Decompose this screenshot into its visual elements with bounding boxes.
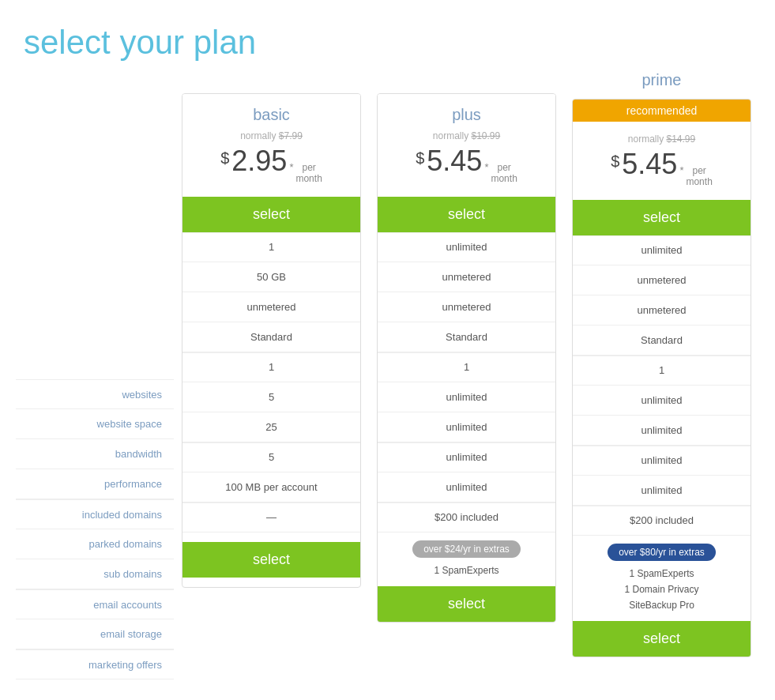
plan-basic: basic normally $7.99 $ 2.95 * permonth s… — [182, 93, 361, 588]
plan-basic-space: 50 GB — [182, 262, 360, 292]
plan-plus-extras: over $24/yr in extras 1 SpamExperts — [378, 533, 555, 586]
feature-label-included-domains: included domains — [16, 499, 174, 529]
plan-prime-performance: Standard — [573, 326, 751, 356]
plan-plus-price-row: $ 5.45 * permonth — [386, 145, 547, 185]
plan-prime-select-bottom[interactable]: select — [573, 621, 751, 657]
plan-plus-price: 5.45 — [427, 145, 482, 178]
plan-basic-wrapper: basic normally $7.99 $ 2.95 * permonth s… — [178, 93, 365, 588]
plan-basic-email-accounts: 5 — [182, 442, 360, 472]
plan-prime-asterisk: * — [679, 164, 683, 176]
feature-labels: websites website space bandwidth perform… — [16, 93, 174, 679]
plan-plus-asterisk: * — [484, 161, 488, 173]
plan-basic-price: 2.95 — [231, 145, 287, 178]
plan-plus-included-domains: 1 — [378, 352, 555, 382]
plan-prime-header: normally $14.99 $ 5.45 * permonth — [573, 122, 751, 200]
plan-prime-marketing: $200 included — [573, 506, 751, 536]
plan-prime-sub-domains: unlimited — [573, 416, 751, 446]
plan-prime-space: unmetered — [573, 265, 751, 295]
plan-prime: recommended normally $14.99 $ 5.45 * per… — [572, 99, 751, 657]
plan-plus-name: plus — [386, 106, 547, 124]
plan-prime-included-domains: 1 — [573, 356, 751, 386]
feature-label-marketing-offers: marketing offers — [16, 649, 174, 679]
plan-plus-parked-domains: unlimited — [378, 382, 555, 412]
page-title: select your plan — [16, 24, 759, 62]
feature-label-websites: websites — [16, 379, 174, 409]
plan-prime-spam-experts: 1 SpamExperts — [581, 566, 743, 581]
plan-basic-included-domains: 1 — [182, 352, 360, 382]
plan-prime-parked-domains: unlimited — [573, 386, 751, 416]
plan-plus-websites: unlimited — [378, 232, 555, 262]
feature-label-email-accounts: email accounts — [16, 589, 174, 619]
feature-label-sub-domains: sub domains — [16, 559, 174, 589]
plan-prime-email-accounts: unlimited — [573, 446, 751, 476]
plan-plus-normally: normally $10.99 — [386, 130, 547, 141]
plan-plus-bandwidth: unmetered — [378, 292, 555, 322]
plan-plus-features: unlimited unmetered unmetered Standard 1… — [378, 232, 555, 533]
plan-basic-header: basic normally $7.99 $ 2.95 * permonth — [182, 94, 360, 197]
plan-basic-sub-domains: 25 — [182, 412, 360, 442]
plan-plus-email-accounts: unlimited — [378, 442, 555, 472]
plan-plus-marketing: $200 included — [378, 502, 555, 533]
plan-basic-marketing: — — [182, 502, 360, 533]
plan-prime-recommended: recommended — [573, 100, 751, 122]
plan-prime-price-row: $ 5.45 * permonth — [581, 148, 743, 188]
plan-plus-extras-badge: over $24/yr in extras — [412, 540, 521, 558]
plan-prime-name-above: prime — [568, 62, 755, 99]
plan-prime-extras-badge: over $80/yr in extras — [608, 544, 716, 561]
plan-basic-performance: Standard — [182, 322, 360, 352]
plan-basic-select-top[interactable]: select — [182, 197, 360, 232]
plan-basic-websites: 1 — [182, 232, 360, 262]
plans-container: websites website space bandwidth perform… — [16, 93, 759, 679]
plan-prime-wrapper: prime recommended normally $14.99 $ 5.45… — [568, 62, 755, 657]
plan-basic-email-storage: 100 MB per account — [182, 472, 360, 502]
plan-plus-email-storage: unlimited — [378, 472, 555, 502]
plan-prime-extras: over $80/yr in extras 1 SpamExperts 1 Do… — [573, 536, 751, 621]
plan-plus-header: plus normally $10.99 $ 5.45 * permonth — [378, 94, 555, 197]
plan-prime-bandwidth: unmetered — [573, 295, 751, 326]
plan-plus-performance: Standard — [378, 322, 555, 352]
plan-basic-select-bottom[interactable]: select — [182, 542, 360, 578]
plan-prime-currency: $ — [611, 152, 619, 171]
plan-basic-bandwidth: unmetered — [182, 292, 360, 322]
plan-basic-name: basic — [190, 106, 352, 124]
plan-plus-wrapper: plus normally $10.99 $ 5.45 * permonth s… — [373, 93, 560, 623]
plan-prime-price: 5.45 — [622, 148, 677, 181]
plan-plus-spam-experts: 1 SpamExperts — [386, 563, 547, 578]
plan-basic-currency: $ — [220, 149, 229, 167]
plan-plus-currency: $ — [416, 149, 424, 167]
plan-basic-period: permonth — [295, 162, 322, 185]
plan-prime-select-top[interactable]: select — [573, 200, 751, 235]
plan-basic-asterisk: * — [289, 161, 293, 173]
plan-prime-features: unlimited unmetered unmetered Standard 1… — [573, 235, 751, 536]
plan-prime-period: permonth — [686, 165, 712, 188]
feature-label-website-space: website space — [16, 409, 174, 439]
feature-label-performance: performance — [16, 469, 174, 499]
plan-plus-period: permonth — [491, 162, 517, 185]
plan-prime-domain-privacy: 1 Domain Privacy — [581, 581, 743, 597]
plan-prime-sitebackup: SiteBackup Pro — [581, 597, 743, 613]
plan-basic-price-row: $ 2.95 * permonth — [190, 145, 352, 185]
plan-basic-features: 1 50 GB unmetered Standard 1 5 25 5 100 … — [182, 232, 360, 533]
plan-plus-space: unmetered — [378, 262, 555, 292]
feature-label-bandwidth: bandwidth — [16, 439, 174, 469]
plan-basic-parked-domains: 5 — [182, 382, 360, 412]
plan-plus: plus normally $10.99 $ 5.45 * permonth s… — [377, 93, 556, 623]
plan-basic-normally: normally $7.99 — [190, 130, 352, 141]
plan-plus-sub-domains: unlimited — [378, 412, 555, 442]
plan-plus-select-top[interactable]: select — [378, 197, 555, 232]
plan-plus-select-bottom[interactable]: select — [378, 586, 555, 622]
plan-prime-websites: unlimited — [573, 235, 751, 265]
plan-prime-email-storage: unlimited — [573, 476, 751, 506]
feature-label-parked-domains: parked domains — [16, 529, 174, 559]
feature-label-email-storage: email storage — [16, 619, 174, 649]
plan-prime-normally: normally $14.99 — [581, 134, 743, 145]
